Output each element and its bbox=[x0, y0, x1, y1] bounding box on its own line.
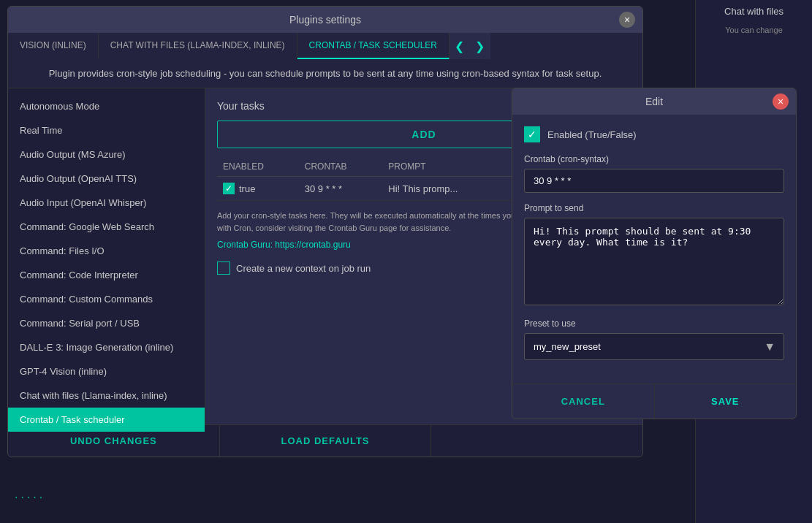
edit-dialog-header: Edit × bbox=[512, 88, 796, 115]
tab-crontab[interactable]: CRONTAB / TASK SCHEDULER bbox=[297, 33, 449, 59]
tab-vision-inline[interactable]: VISION (INLINE) bbox=[8, 33, 99, 59]
sidebar-item-custom[interactable]: Command: Custom Commands bbox=[8, 287, 205, 311]
loading-dots: ..... bbox=[15, 488, 45, 501]
close-icon: × bbox=[624, 14, 630, 26]
prompt-label: Prompt to send bbox=[524, 203, 784, 213]
sidebar-item-serial[interactable]: Command: Serial port / USB bbox=[8, 311, 205, 335]
enabled-checkbox[interactable]: ✓ bbox=[524, 126, 540, 142]
close-icon: × bbox=[778, 96, 783, 107]
sidebar-item-audio-azure[interactable]: Audio Output (MS Azure) bbox=[8, 142, 205, 167]
sidebar-item-code[interactable]: Command: Code Interpreter bbox=[8, 263, 205, 287]
edit-dialog-title: Edit bbox=[645, 96, 663, 107]
sidebar-item-gpt4-vision[interactable]: GPT-4 Vision (inline) bbox=[8, 359, 205, 383]
col-enabled: ENABLED bbox=[217, 157, 299, 177]
sidebar-item-chat-files[interactable]: Chat with files (Llama-index, inline) bbox=[8, 383, 205, 408]
crontab-label: Crontab (cron-syntax) bbox=[524, 154, 784, 164]
plugin-dialog-close-button[interactable]: × bbox=[619, 12, 635, 28]
task-enabled-text: true bbox=[239, 183, 255, 194]
tab-nav-prev[interactable]: ❮ bbox=[449, 33, 470, 59]
sidebar-item-audio-openai[interactable]: Audio Output (OpenAI TTS) bbox=[8, 167, 205, 191]
enabled-label: Enabled (True/False) bbox=[547, 129, 637, 140]
save-button[interactable]: SAVE bbox=[655, 384, 797, 419]
task-enabled-cell: ✓ true bbox=[223, 183, 293, 194]
tab-nav-next[interactable]: ❯ bbox=[470, 33, 490, 59]
preset-select[interactable]: my_new_preset bbox=[524, 333, 784, 360]
chevron-left-icon: ❮ bbox=[455, 39, 464, 53]
task-crontab: 30 9 * * * bbox=[299, 177, 382, 201]
plugin-dialog-title: Plugins settings bbox=[289, 14, 361, 26]
sidebar-item-autonomous-mode[interactable]: Autonomous Mode bbox=[8, 94, 205, 118]
preset-select-wrapper: my_new_preset ▼ bbox=[524, 333, 784, 360]
edit-dialog-body: ✓ Enabled (True/False) Crontab (cron-syn… bbox=[512, 115, 796, 383]
sidebar-item-files-io[interactable]: Command: Files I/O bbox=[8, 239, 205, 263]
sidebar-item-real-time[interactable]: Real Time bbox=[8, 118, 205, 142]
task-prompt: Hi! This promp... bbox=[382, 177, 508, 201]
cancel-button[interactable]: CANCEL bbox=[512, 384, 655, 419]
chevron-right-icon: ❯ bbox=[475, 39, 485, 53]
context-label: Create a new context on job run bbox=[236, 263, 371, 274]
sidebar-item-dalle3[interactable]: DALL-E 3: Image Generation (inline) bbox=[8, 335, 205, 359]
crontab-input[interactable] bbox=[524, 169, 784, 193]
task-enabled-checkbox[interactable]: ✓ bbox=[223, 183, 235, 194]
load-defaults-button[interactable]: LOAD DEFAULTS bbox=[220, 425, 432, 457]
edit-dialog-close-button[interactable]: × bbox=[773, 93, 789, 110]
save-button[interactable] bbox=[431, 425, 642, 457]
col-crontab: CRONTAB bbox=[299, 157, 382, 177]
right-panel-title: Chat with files bbox=[696, 0, 812, 23]
tab-chat-files[interactable]: CHAT WITH FILES (LLAMA-INDEX, INLINE) bbox=[99, 33, 297, 59]
bottom-buttons: UNDO CHANGES LOAD DEFAULTS bbox=[8, 424, 642, 457]
sidebar: Autonomous Mode Real Time Audio Output (… bbox=[8, 88, 205, 424]
prompt-textarea[interactable]: Hi! This prompt should be sent at 9:30 e… bbox=[524, 218, 784, 305]
plugin-dialog-header: Plugins settings × bbox=[8, 7, 642, 33]
edit-dialog: Edit × ✓ Enabled (True/False) Crontab (c… bbox=[512, 88, 797, 419]
edit-dialog-footer: CANCEL SAVE bbox=[512, 383, 796, 419]
enabled-row: ✓ Enabled (True/False) bbox=[524, 126, 784, 142]
sidebar-item-google[interactable]: Command: Google Web Search bbox=[8, 215, 205, 239]
undo-changes-button[interactable]: UNDO CHANGES bbox=[8, 425, 220, 457]
col-prompt: PROMPT bbox=[382, 157, 508, 177]
sidebar-item-audio-input[interactable]: Audio Input (OpenAI Whisper) bbox=[8, 191, 205, 215]
preset-label: Preset to use bbox=[524, 318, 784, 329]
tabs-row: VISION (INLINE) CHAT WITH FILES (LLAMA-I… bbox=[8, 33, 642, 59]
context-checkbox[interactable] bbox=[217, 262, 230, 275]
right-panel-subtitle: You can change bbox=[696, 23, 812, 37]
plugin-description: Plugin provides cron-style job schedulin… bbox=[8, 59, 642, 88]
